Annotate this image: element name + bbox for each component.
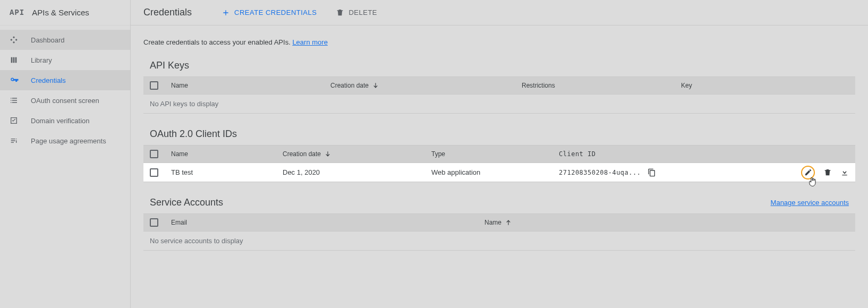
library-icon bbox=[10, 56, 31, 64]
check-icon bbox=[10, 116, 31, 125]
sidebar: API APIs & Services Dashboard Library bbox=[0, 0, 131, 308]
content: Create credentials to access your enable… bbox=[131, 25, 868, 278]
sidebar-item-label: Page usage agreements bbox=[31, 137, 106, 145]
cell-name: TB test bbox=[171, 168, 283, 176]
sidebar-item-oauth-consent[interactable]: OAuth consent screen bbox=[0, 90, 130, 110]
page-title: Credentials bbox=[143, 7, 192, 18]
service-accounts-empty-text: No service accounts to display bbox=[150, 237, 243, 245]
intro-text: Create credentials to access your enable… bbox=[143, 38, 855, 46]
col-creation-date[interactable]: Creation date bbox=[330, 82, 522, 89]
pencil-icon bbox=[804, 168, 812, 176]
col-creation-date[interactable]: Creation date bbox=[283, 150, 431, 158]
sidebar-item-dashboard[interactable]: Dashboard bbox=[0, 30, 130, 50]
sidebar-item-domain-verification[interactable]: Domain verification bbox=[0, 110, 130, 131]
edit-button[interactable] bbox=[801, 166, 815, 179]
sidebar-header: API APIs & Services bbox=[0, 0, 130, 25]
cell-type: Web application bbox=[431, 168, 559, 176]
sidebar-item-label: OAuth consent screen bbox=[31, 97, 99, 105]
oauth-title: OAuth 2.0 Client IDs bbox=[150, 129, 237, 140]
delete-label: DELETE bbox=[348, 8, 377, 16]
col-name[interactable]: Name bbox=[171, 82, 330, 89]
api-keys-section: API Keys Name Creation date Restrictions… bbox=[143, 60, 855, 114]
sidebar-title: APIs & Services bbox=[32, 8, 89, 17]
sort-down-icon bbox=[372, 82, 379, 89]
api-keys-empty-row: No API keys to display bbox=[143, 95, 855, 114]
consent-icon bbox=[10, 96, 31, 105]
agreements-icon bbox=[10, 136, 31, 145]
create-credentials-label: CREATE CREDENTIALS bbox=[234, 8, 317, 16]
col-key[interactable]: Key bbox=[681, 82, 849, 89]
sort-up-icon bbox=[505, 219, 512, 226]
service-accounts-title: Service Accounts bbox=[150, 197, 223, 208]
api-logo: API bbox=[10, 8, 24, 17]
api-keys-title: API Keys bbox=[150, 60, 189, 71]
col-client-id[interactable]: Client ID bbox=[559, 150, 665, 158]
download-button[interactable] bbox=[840, 168, 849, 177]
intro-text-body: Create credentials to access your enable… bbox=[143, 38, 292, 46]
service-accounts-section: Service Accounts Manage service accounts… bbox=[143, 197, 855, 251]
service-accounts-header-row: Email Name bbox=[143, 213, 855, 232]
sort-down-icon bbox=[324, 150, 331, 158]
oauth-header-row: Name Creation date Type Client ID bbox=[143, 145, 855, 163]
sidebar-item-page-usage[interactable]: Page usage agreements bbox=[0, 131, 130, 151]
col-name-label: Name bbox=[484, 219, 501, 226]
dashboard-icon bbox=[10, 36, 31, 44]
delete-button[interactable]: DELETE bbox=[331, 5, 381, 20]
row-checkbox[interactable] bbox=[150, 168, 158, 177]
cell-date: Dec 1, 2020 bbox=[283, 168, 431, 176]
trash-icon bbox=[336, 8, 344, 17]
col-date-label: Creation date bbox=[330, 82, 369, 89]
api-keys-empty-text: No API keys to display bbox=[150, 100, 218, 108]
main: Credentials CREATE CREDENTIALS DELETE Cr… bbox=[131, 0, 868, 308]
create-credentials-button[interactable]: CREATE CREDENTIALS bbox=[217, 5, 321, 20]
col-email[interactable]: Email bbox=[171, 219, 484, 226]
learn-more-link[interactable]: Learn more bbox=[292, 38, 327, 46]
oauth-row[interactable]: TB test Dec 1, 2020 Web application 2712… bbox=[143, 163, 855, 182]
sidebar-item-label: Dashboard bbox=[31, 36, 65, 44]
cell-client-id: 271208350208-4uqa... bbox=[559, 168, 665, 177]
topbar: Credentials CREATE CREDENTIALS DELETE bbox=[131, 0, 868, 25]
nav-list: Dashboard Library Credentials OAuth cons… bbox=[0, 25, 130, 151]
plus-icon bbox=[222, 8, 230, 17]
select-all-checkbox[interactable] bbox=[150, 218, 158, 227]
col-type[interactable]: Type bbox=[431, 150, 559, 158]
sidebar-item-label: Library bbox=[31, 56, 52, 64]
col-date-label: Creation date bbox=[283, 150, 321, 158]
col-restrictions[interactable]: Restrictions bbox=[522, 82, 681, 89]
api-keys-header-row: Name Creation date Restrictions Key bbox=[143, 76, 855, 95]
oauth-section: OAuth 2.0 Client IDs Name Creation date … bbox=[143, 129, 855, 182]
sidebar-item-credentials[interactable]: Credentials bbox=[0, 70, 130, 90]
col-name[interactable]: Name bbox=[484, 219, 849, 226]
cursor-hand-icon bbox=[807, 176, 817, 188]
delete-row-button[interactable] bbox=[823, 168, 832, 177]
select-all-checkbox[interactable] bbox=[150, 81, 158, 90]
select-all-checkbox[interactable] bbox=[150, 150, 158, 158]
key-icon bbox=[10, 75, 31, 85]
manage-service-accounts-link[interactable]: Manage service accounts bbox=[771, 199, 849, 207]
sidebar-item-label: Domain verification bbox=[31, 117, 90, 125]
sidebar-item-label: Credentials bbox=[31, 76, 66, 84]
col-name[interactable]: Name bbox=[171, 150, 283, 158]
copy-icon[interactable] bbox=[648, 168, 656, 177]
sidebar-item-library[interactable]: Library bbox=[0, 50, 130, 70]
client-id-text: 271208350208-4uqa... bbox=[559, 169, 641, 176]
service-accounts-empty-row: No service accounts to display bbox=[143, 232, 855, 251]
